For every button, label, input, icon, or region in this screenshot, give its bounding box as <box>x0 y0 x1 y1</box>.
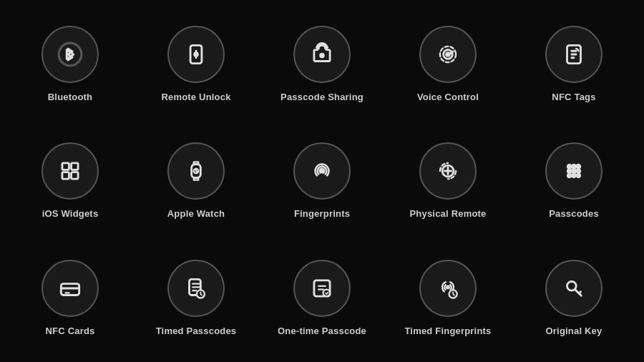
voice-control-label: Voice Control <box>417 92 479 102</box>
svg-point-18 <box>572 165 576 169</box>
grid-item-nfc-tags[interactable]: NFC Tags <box>511 6 637 122</box>
passcode-sharing-label: Passcode Sharing <box>280 92 364 102</box>
bluetooth-icon-circle <box>42 26 99 83</box>
ios-widgets-icon <box>57 157 84 185</box>
ios-widgets-icon-circle <box>42 142 99 200</box>
svg-point-23 <box>567 174 571 177</box>
svg-point-20 <box>567 170 571 173</box>
svg-point-33 <box>567 281 577 290</box>
passcodes-icon <box>560 157 587 185</box>
grid-item-remote-unlock[interactable]: Remote Unlock <box>133 6 259 122</box>
svg-point-15 <box>321 170 323 172</box>
svg-point-7 <box>447 53 450 57</box>
remote-unlock-icon <box>182 41 210 68</box>
nfc-tags-icon <box>560 41 587 68</box>
timed-fingerprints-label: Timed Fingerprints <box>404 326 491 336</box>
voice-control-icon-circle <box>419 26 477 83</box>
grid-item-voice-control[interactable]: Voice Control <box>385 6 511 122</box>
svg-point-25 <box>577 174 580 177</box>
nfc-tags-icon-circle <box>545 26 602 83</box>
timed-fingerprints-icon-circle <box>419 260 477 317</box>
grid-item-timed-fingerprints[interactable]: Timed Fingerprints <box>385 240 511 356</box>
grid-item-fingerprints[interactable]: Fingerprints <box>259 122 385 239</box>
one-time-passcode-icon-circle <box>293 260 351 317</box>
svg-point-19 <box>577 165 580 169</box>
passcode-sharing-icon-circle <box>293 26 351 83</box>
nfc-tags-label: NFC Tags <box>552 92 595 102</box>
passcodes-label: Passcodes <box>549 208 599 219</box>
grid-item-one-time-passcode[interactable]: One-time Passcode <box>259 240 385 356</box>
feature-grid: Bluetooth Remote Unlock Passcode Sharing <box>7 6 637 356</box>
svg-rect-11 <box>62 172 69 180</box>
timed-fingerprints-icon <box>434 275 462 302</box>
fingerprints-icon <box>308 157 336 185</box>
svg-rect-10 <box>72 163 79 170</box>
grid-item-ios-widgets[interactable]: iOS Widgets <box>7 122 133 239</box>
bluetooth-icon <box>57 41 84 68</box>
apple-watch-icon <box>182 157 210 185</box>
svg-point-30 <box>323 289 331 296</box>
nfc-cards-icon <box>57 275 84 302</box>
grid-item-timed-passcodes[interactable]: Timed Passcodes <box>133 240 259 356</box>
apple-watch-label: Apple Watch <box>167 208 225 219</box>
grid-item-original-key[interactable]: Original Key <box>511 240 637 356</box>
svg-rect-9 <box>62 163 69 170</box>
svg-point-22 <box>577 170 580 173</box>
physical-remote-icon-circle <box>419 142 477 200</box>
timed-passcodes-icon-circle <box>167 260 225 317</box>
nfc-cards-label: NFC Cards <box>46 326 95 336</box>
svg-point-4 <box>321 54 324 57</box>
fingerprints-label: Fingerprints <box>294 208 350 219</box>
bluetooth-label: Bluetooth <box>48 92 92 102</box>
fingerprints-icon-circle <box>293 142 351 200</box>
remote-unlock-icon-circle <box>167 26 225 83</box>
svg-point-0 <box>59 43 82 66</box>
grid-item-passcodes[interactable]: Passcodes <box>511 122 637 239</box>
grid-item-nfc-cards[interactable]: NFC Cards <box>7 240 133 356</box>
one-time-passcode-icon <box>308 275 336 302</box>
passcodes-icon-circle <box>545 142 602 200</box>
svg-point-17 <box>567 165 571 169</box>
one-time-passcode-label: One-time Passcode <box>278 326 366 336</box>
svg-point-31 <box>447 286 449 288</box>
grid-item-bluetooth[interactable]: Bluetooth <box>7 6 133 122</box>
ios-widgets-label: iOS Widgets <box>42 208 99 219</box>
physical-remote-label: Physical Remote <box>409 208 486 219</box>
svg-rect-26 <box>61 283 79 295</box>
nfc-cards-icon-circle <box>42 260 99 317</box>
grid-item-physical-remote[interactable]: Physical Remote <box>385 122 511 239</box>
svg-rect-12 <box>72 172 79 180</box>
grid-item-apple-watch[interactable]: Apple Watch <box>133 122 259 239</box>
physical-remote-icon <box>434 157 462 185</box>
voice-control-icon <box>434 41 462 68</box>
remote-unlock-label: Remote Unlock <box>161 92 230 102</box>
svg-point-3 <box>195 53 198 57</box>
timed-passcodes-icon <box>182 275 210 302</box>
timed-passcodes-label: Timed Passcodes <box>156 326 237 336</box>
original-key-label: Original Key <box>546 326 602 336</box>
grid-item-passcode-sharing[interactable]: Passcode Sharing <box>259 6 385 122</box>
svg-point-24 <box>572 174 576 177</box>
passcode-sharing-icon <box>308 41 336 68</box>
original-key-icon-circle <box>545 260 602 317</box>
original-key-icon <box>560 275 587 302</box>
apple-watch-icon-circle <box>167 142 225 200</box>
svg-point-21 <box>572 170 576 173</box>
